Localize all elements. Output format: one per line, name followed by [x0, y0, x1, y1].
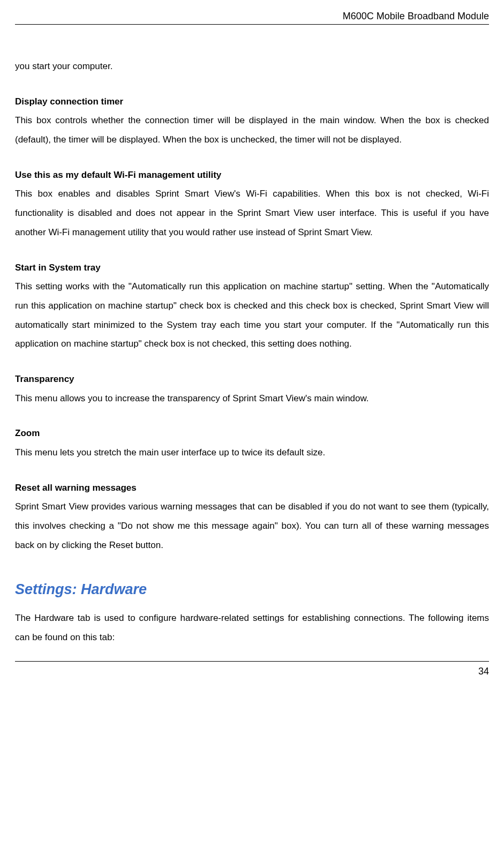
section-heading: Start in System tray: [15, 258, 489, 278]
section-reset-warnings: Reset all warning messages Sprint Smart …: [15, 478, 489, 555]
section-display-connection-timer: Display connection timer This box contro…: [15, 92, 489, 149]
header-divider: [15, 24, 489, 25]
section-body: This box enables and disables Sprint Sma…: [15, 184, 489, 242]
intro-fragment-text: you start your computer.: [15, 57, 489, 76]
section-body: This menu lets you stretch the main user…: [15, 443, 489, 462]
section-heading: Transparency: [15, 370, 489, 389]
section-start-system-tray: Start in System tray This setting works …: [15, 258, 489, 354]
section-transparency: Transparency This menu allows you to inc…: [15, 370, 489, 408]
section-heading: Display connection timer: [15, 92, 489, 111]
section-zoom: Zoom This menu lets you stretch the main…: [15, 424, 489, 462]
document-header-title: M600C Mobile Broadband Module: [15, 11, 489, 24]
section-body: This box controls whether the connection…: [15, 111, 489, 149]
section-default-wifi-utility: Use this as my default Wi-Fi management …: [15, 166, 489, 242]
section-heading: Use this as my default Wi-Fi management …: [15, 166, 489, 185]
section-heading: Reset all warning messages: [15, 478, 489, 498]
section-body: Sprint Smart View provides various warni…: [15, 497, 489, 554]
chapter-heading-settings-hardware: Settings: Hardware: [15, 581, 489, 598]
section-body: This setting works with the "Automatical…: [15, 277, 489, 354]
section-body: This menu allows you to increase the tra…: [15, 389, 489, 408]
page-number: 34: [15, 666, 489, 677]
section-heading: Zoom: [15, 424, 489, 443]
chapter-intro-text: The Hardware tab is used to configure ha…: [15, 609, 489, 647]
document-page: M600C Mobile Broadband Module you start …: [0, 0, 504, 688]
footer-divider: [15, 661, 489, 662]
